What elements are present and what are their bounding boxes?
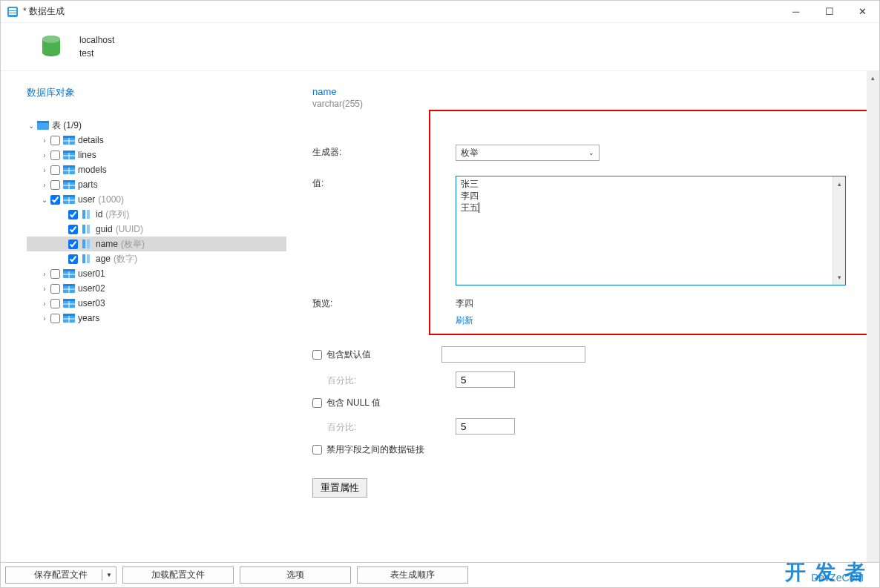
chevron-icon[interactable]: › [40,166,49,174]
tree-table-user[interactable]: ⌄user(1000) [27,192,286,207]
tree-table-details[interactable]: ›details [27,133,286,148]
svg-rect-21 [63,180,75,182]
tree-column-id[interactable]: id(序列) [27,207,286,222]
chevron-icon[interactable]: › [40,270,49,278]
load-profile-button[interactable]: 加载配置文件 [122,566,234,584]
tree-column-guid[interactable]: guid(UUID) [27,222,286,237]
svg-rect-37 [63,269,75,271]
chevron-down-icon[interactable]: ▼ [106,572,112,578]
tree-table-user02[interactable]: ›user02 [27,281,286,296]
chevron-icon[interactable]: › [40,151,49,159]
percent-null-input[interactable] [456,418,515,435]
tree-table-models[interactable]: ›models [27,162,286,177]
section-title: 数据库对象 [27,86,286,99]
svg-rect-45 [63,299,75,301]
chevron-icon[interactable]: › [40,314,49,323]
tree: ⌄ 表 (1/9) ›details›lines›models›parts⌄us… [27,118,286,326]
field-name: name [312,86,868,97]
table-checkbox[interactable] [50,299,60,308]
svg-rect-49 [63,314,75,316]
tree-table-parts[interactable]: ›parts [27,177,286,192]
table-checkbox[interactable] [50,151,60,160]
table-checkbox[interactable] [50,269,60,279]
column-checkbox[interactable] [68,254,78,264]
refresh-link[interactable]: 刷新 [456,314,868,327]
svg-rect-25 [63,195,75,197]
column-checkbox[interactable] [68,240,78,249]
table-checkbox[interactable] [50,195,60,205]
chevron-down-icon: ⌄ [588,149,594,156]
disable-link-label: 禁用字段之间的数据链接 [326,443,424,456]
table-checkbox[interactable] [50,284,60,294]
svg-rect-31 [87,225,90,234]
column-checkbox[interactable] [68,225,78,234]
database-icon [38,33,65,60]
svg-rect-13 [63,151,75,153]
tree-column-name[interactable]: name(枚举) [27,237,286,251]
svg-rect-35 [87,254,90,263]
default-input[interactable] [441,346,585,363]
svg-rect-29 [87,210,90,219]
svg-rect-34 [82,254,85,263]
svg-point-5 [42,36,60,43]
tree-table-lines[interactable]: ›lines [27,148,286,162]
percent-default-input[interactable] [456,371,515,388]
connection-db: test [79,47,114,60]
svg-rect-30 [82,225,85,234]
tree-table-years[interactable]: ›years [27,311,286,326]
column-checkbox[interactable] [68,210,78,219]
save-profile-button[interactable]: 保存配置文件▼ [5,566,116,584]
tree-table-user01[interactable]: ›user01 [27,266,286,281]
svg-rect-9 [63,136,75,138]
table-checkbox[interactable] [50,136,60,145]
generator-label: 生成器: [312,145,456,159]
chevron-down-icon[interactable]: ⌄ [27,122,36,130]
chevron-icon[interactable]: › [40,285,49,293]
chevron-icon[interactable]: › [40,136,49,145]
svg-rect-3 [9,13,16,15]
maximize-button[interactable]: ☐ [812,1,846,23]
right-scrollbar[interactable]: ▴ [867,71,879,562]
chevron-icon[interactable]: ⌄ [40,196,49,204]
tree-table-user03[interactable]: ›user03 [27,296,286,311]
percent-label-1: 百分比: [312,373,456,387]
svg-rect-1 [9,8,16,10]
close-button[interactable]: ✕ [846,1,879,23]
svg-rect-2 [9,11,16,13]
include-null-checkbox[interactable] [312,398,322,408]
preview-value: 李四 [456,297,473,310]
table-checkbox[interactable] [50,314,60,323]
percent-label-2: 百分比: [312,420,456,434]
tables-icon [37,121,49,130]
scroll-up-icon[interactable]: ▴ [838,176,841,191]
connection-host: localhost [79,33,114,47]
app-icon [7,6,19,18]
titlebar: * 数据生成 ─ ☐ ✕ [1,1,879,23]
svg-rect-33 [87,240,90,248]
tree-root[interactable]: ⌄ 表 (1/9) [27,118,286,133]
chevron-icon[interactable]: › [40,181,49,189]
textarea-scrollbar[interactable]: ▴ ▾ [833,176,845,285]
minimize-button[interactable]: ─ [779,1,812,23]
scroll-up-icon[interactable]: ▴ [867,71,879,84]
svg-rect-17 [63,165,75,168]
scroll-down-icon[interactable]: ▾ [838,270,841,285]
window-title: * 数据生成 [23,5,779,18]
order-button[interactable]: 表生成顺序 [357,566,468,584]
tree-column-age[interactable]: age(数字) [27,251,286,266]
reset-button[interactable]: 重置属性 [312,478,367,498]
svg-rect-41 [63,284,75,286]
field-type: varchar(255) [312,99,868,109]
header: localhost test [1,23,879,71]
table-checkbox[interactable] [50,165,60,175]
svg-rect-28 [82,210,85,219]
include-default-checkbox[interactable] [312,350,322,360]
generator-select[interactable]: 枚举 ⌄ [456,145,600,161]
options-button[interactable]: 选项 [240,566,351,584]
table-checkbox[interactable] [50,180,60,190]
include-null-label: 包含 NULL 值 [326,397,381,409]
values-textarea[interactable]: 张三 李四 王五 ▴ ▾ [456,176,846,285]
chevron-icon[interactable]: › [40,300,49,308]
disable-link-checkbox[interactable] [312,445,322,455]
preview-label: 预览: [312,297,456,310]
